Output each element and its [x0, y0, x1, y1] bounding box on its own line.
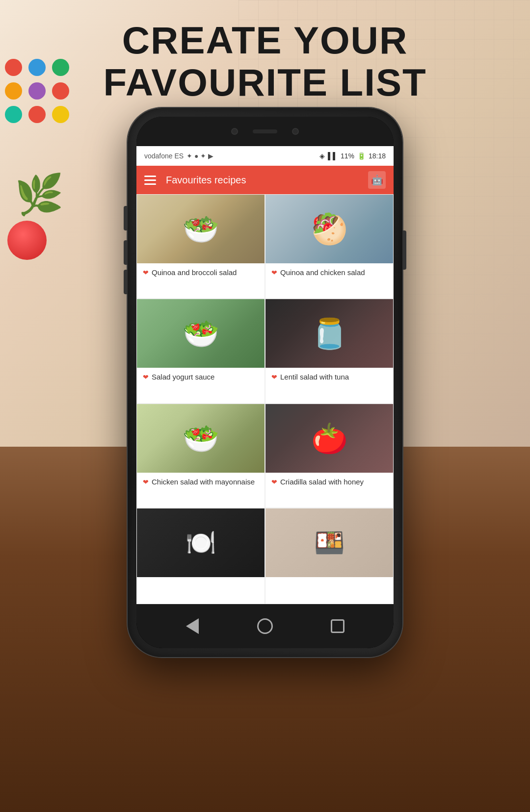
- battery-percent: 11%: [341, 152, 354, 160]
- recent-icon: [331, 619, 344, 633]
- recipe-grid: ❤Quinoa and broccoli salad❤Quinoa and ch…: [136, 194, 394, 604]
- recipe-card[interactable]: ❤Quinoa and broccoli salad: [136, 194, 265, 299]
- recipe-label: [265, 577, 393, 587]
- hamburger-menu-icon[interactable]: [144, 176, 156, 185]
- favorite-heart-icon: ❤: [143, 269, 149, 277]
- page-title: CREATE YOUR FAVOURITE LIST: [10, 20, 520, 104]
- android-icon[interactable]: 🤖: [368, 171, 386, 189]
- recipe-image-partial-2: [265, 508, 393, 577]
- phone-nav-bar: [136, 604, 394, 648]
- phone-inner: vodafone ES ✦ ● ✦ ▶ ◈ ▌▌ 11% 🔋 18:18: [136, 117, 394, 648]
- recipe-title: Lentil salad with tuna: [280, 373, 349, 381]
- recipe-title: Salad yogurt sauce: [152, 373, 214, 381]
- recipe-image-criadilla-honey: [265, 404, 393, 473]
- camera-dot-2: [292, 128, 299, 135]
- recipe-title: Quinoa and chicken salad: [280, 268, 365, 277]
- page-title-section: CREATE YOUR FAVOURITE LIST: [0, 10, 530, 114]
- favorite-heart-icon: ❤: [271, 478, 277, 486]
- recent-button[interactable]: [325, 614, 350, 638]
- recipe-label: ❤Criadilla salad with honey: [265, 473, 393, 491]
- recipe-title: Chicken salad with mayonnaise: [152, 478, 255, 486]
- battery-icon: 🔋: [357, 152, 366, 160]
- recipe-title: Criadilla salad with honey: [280, 478, 364, 486]
- recipe-card[interactable]: ❤Salad yogurt sauce: [136, 299, 265, 403]
- hamburger-line-1: [144, 176, 156, 177]
- time-display: 18:18: [369, 152, 386, 160]
- home-icon: [257, 618, 273, 634]
- status-left: vodafone ES ✦ ● ✦ ▶: [144, 152, 213, 160]
- status-right: ◈ ▌▌ 11% 🔋 18:18: [319, 152, 386, 160]
- phone-screen: vodafone ES ✦ ● ✦ ▶ ◈ ▌▌ 11% 🔋 18:18: [136, 146, 394, 604]
- plant-decoration: 🌿: [15, 172, 64, 218]
- recipe-card[interactable]: ❤Quinoa and chicken salad: [265, 194, 394, 299]
- back-icon: [186, 618, 199, 634]
- recipe-card[interactable]: ❤Criadilla salad with honey: [265, 404, 394, 508]
- favorite-heart-icon: ❤: [143, 478, 149, 486]
- phone-mockup: vodafone ES ✦ ● ✦ ▶ ◈ ▌▌ 11% 🔋 18:18: [128, 108, 402, 657]
- recipe-image-lentil-tuna: [265, 299, 393, 368]
- recipe-image-chicken-mayo: [137, 404, 265, 473]
- recipe-image-salad-yogurt: [137, 299, 265, 368]
- recipe-title: Quinoa and broccoli salad: [152, 268, 237, 277]
- recipe-label: [137, 577, 265, 587]
- hamburger-line-3: [144, 183, 156, 185]
- recipe-label: ❤Salad yogurt sauce: [137, 368, 265, 386]
- back-button[interactable]: [180, 614, 205, 638]
- hamburger-line-2: [144, 179, 156, 181]
- recipe-card[interactable]: ❤Lentil salad with tuna: [265, 299, 394, 403]
- camera-dot: [231, 128, 238, 135]
- phone-outer-shell: vodafone ES ✦ ● ✦ ▶ ◈ ▌▌ 11% 🔋 18:18: [128, 108, 402, 657]
- favorite-heart-icon: ❤: [271, 373, 277, 381]
- carrier-text: vodafone ES: [144, 152, 184, 160]
- recipe-image-quinoa-broccoli: [137, 195, 265, 263]
- recipe-label: ❤Quinoa and broccoli salad: [137, 263, 265, 281]
- favorite-heart-icon: ❤: [143, 373, 149, 381]
- home-button[interactable]: [253, 614, 277, 638]
- speaker: [253, 129, 277, 133]
- phone-camera-bar: [136, 117, 394, 146]
- red-decoration: [7, 221, 47, 260]
- wifi-icon: ◈: [319, 152, 325, 160]
- recipe-label: ❤Quinoa and chicken salad: [265, 263, 393, 281]
- recipe-label: ❤Lentil salad with tuna: [265, 368, 393, 386]
- status-bar: vodafone ES ✦ ● ✦ ▶ ◈ ▌▌ 11% 🔋 18:18: [136, 146, 394, 166]
- recipe-card[interactable]: ❤Chicken salad with mayonnaise: [136, 404, 265, 508]
- favorite-heart-icon: ❤: [271, 269, 277, 277]
- recipe-label: ❤Chicken salad with mayonnaise: [137, 473, 265, 491]
- signal-bars: ▌▌: [328, 152, 338, 160]
- recipe-image-partial-1: [137, 508, 265, 577]
- app-bar: Favourites recipes 🤖: [136, 166, 394, 194]
- recipe-card[interactable]: [265, 508, 394, 604]
- app-bar-title: Favourites recipes: [166, 175, 358, 186]
- signal-icons: ✦ ● ✦ ▶: [186, 152, 213, 160]
- recipe-card[interactable]: [136, 508, 265, 604]
- recipe-image-quinoa-chicken: [265, 195, 393, 263]
